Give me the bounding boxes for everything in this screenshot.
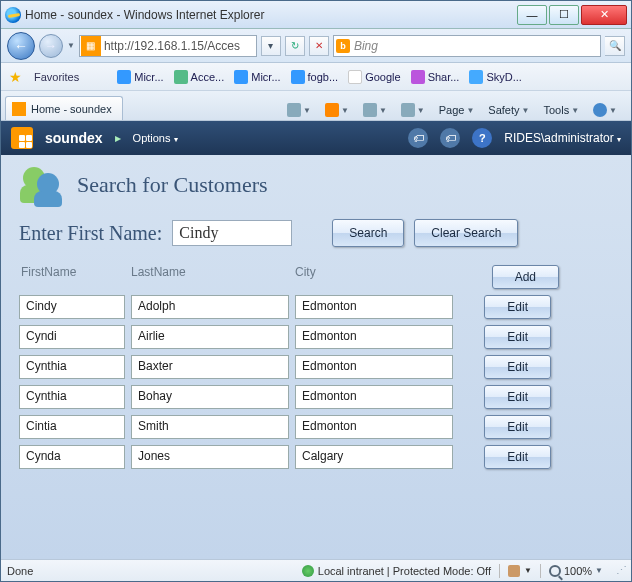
app-name[interactable]: soundex [45,130,103,146]
address-input[interactable] [102,39,256,53]
forward-button[interactable]: → [39,34,63,58]
favorites-label: Favorites [34,71,79,83]
close-button[interactable]: ✕ [581,5,627,25]
read-mail-button[interactable]: ▼ [359,100,391,120]
grid-header: FirstName LastName City Add [19,265,613,295]
edit-button[interactable]: Edit [484,445,551,469]
fav-link[interactable]: Micr... [234,70,280,84]
col-city: City [295,265,459,289]
print-button[interactable]: ▼ [397,100,429,120]
favorites-star-icon: ★ [9,69,22,85]
col-firstname: FirstName [19,265,131,289]
nav-history-dropdown[interactable]: ▼ [67,41,75,50]
fav-link[interactable]: Micr... [117,70,163,84]
print-icon [401,103,415,117]
tags-icon[interactable]: 🏷 [440,128,460,148]
titlebar: Home - soundex - Windows Internet Explor… [1,1,631,29]
search-label: Enter First Name: [19,222,162,245]
tab-icon [12,102,26,116]
cell-city: Edmonton [295,295,453,319]
refresh-button[interactable]: ↻ [285,36,305,56]
nav-bar: ← → ▼ ▦ ▾ ↻ ✕ b Bing 🔍 [1,29,631,63]
minimize-button[interactable]: — [517,5,547,25]
fav-icon [291,70,305,84]
back-button[interactable]: ← [7,32,35,60]
cell-firstname: Cindy [19,295,125,319]
tab-bar: Home - soundex ▼ ▼ ▼ ▼ Page▼ Safety▼ Too… [1,91,631,121]
app-header: soundex ▸ Options ▾ 🏷 🏷 ? RIDES\administ… [1,121,631,155]
cell-city: Edmonton [295,355,453,379]
edit-button[interactable]: Edit [484,385,551,409]
zoom-icon [549,565,561,577]
edit-button[interactable]: Edit [484,355,551,379]
cell-lastname: Adolph [131,295,289,319]
first-name-input[interactable] [172,220,292,246]
table-row: CyndaJonesCalgaryEdit [19,445,613,469]
page-heading: Search for Customers [19,163,613,207]
edit-button[interactable]: Edit [484,415,551,439]
status-bar: Done Local intranet | Protected Mode: Of… [1,559,631,581]
options-menu[interactable]: Options ▾ [133,132,178,144]
window-frame: Home - soundex - Windows Internet Explor… [0,0,632,582]
mail-icon [363,103,377,117]
address-bar[interactable]: ▦ [79,35,257,57]
fav-icon [174,70,188,84]
safety-menu[interactable]: Safety▼ [484,100,533,120]
fav-link[interactable]: Acce... [174,70,225,84]
clear-search-button[interactable]: Clear Search [414,219,518,247]
command-bar: ▼ ▼ ▼ ▼ Page▼ Safety▼ Tools▼ ▼ [123,100,627,120]
page-title: Search for Customers [77,172,268,198]
cell-lastname: Bohay [131,385,289,409]
feeds-button[interactable]: ▼ [321,100,353,120]
fav-icon [348,70,362,84]
cell-firstname: Cynda [19,445,125,469]
app-help-icon[interactable]: ? [472,128,492,148]
tab-label: Home - soundex [31,103,112,115]
search-bar[interactable]: b Bing [333,35,601,57]
resize-grip[interactable]: ⋰ [611,564,625,577]
results-grid: CindyAdolphEdmontonEditCyndiAirlieEdmont… [19,295,613,469]
stop-button[interactable]: ✕ [309,36,329,56]
cell-city: Edmonton [295,415,453,439]
edit-button[interactable]: Edit [484,325,551,349]
page-menu[interactable]: Page▼ [435,100,479,120]
fav-link[interactable]: Shar... [411,70,460,84]
favorites-bar: ★ Favorites Micr... Acce... Micr... fogb… [1,63,631,91]
tag-icon[interactable]: 🏷 [408,128,428,148]
customers-icon [19,163,67,207]
fav-icon [117,70,131,84]
maximize-button[interactable]: ☐ [549,5,579,25]
window-title: Home - soundex - Windows Internet Explor… [25,8,515,22]
search-go-button[interactable]: 🔍 [605,36,625,56]
cell-lastname: Baxter [131,355,289,379]
fav-link[interactable]: SkyD... [469,70,521,84]
browser-tab[interactable]: Home - soundex [5,96,123,120]
fav-link[interactable]: Google [348,70,400,84]
fav-icon [469,70,483,84]
zoom-control[interactable]: 100% ▼ [549,565,603,577]
table-row: CindyAdolphEdmontonEdit [19,295,613,319]
table-row: CintiaSmithEdmontonEdit [19,415,613,439]
home-split-button[interactable]: ▼ [283,100,315,120]
fav-link[interactable]: fogb... [291,70,339,84]
protected-mode-icon[interactable]: ▼ [508,565,532,577]
page-content: Search for Customers Enter First Name: S… [1,155,631,559]
compat-view-button[interactable]: ▾ [261,36,281,56]
search-engine-label: Bing [354,39,378,53]
help-icon [593,103,607,117]
add-button[interactable]: Add [492,265,559,289]
cell-firstname: Cintia [19,415,125,439]
rss-icon [325,103,339,117]
table-row: CynthiaBohayEdmontonEdit [19,385,613,409]
user-menu[interactable]: RIDES\administrator ▾ [504,131,621,145]
security-zone[interactable]: Local intranet | Protected Mode: Off [302,565,491,577]
search-button[interactable]: Search [332,219,404,247]
table-row: CyndiAirlieEdmontonEdit [19,325,613,349]
search-row: Enter First Name: Search Clear Search [19,219,613,247]
home-icon [287,103,301,117]
edit-button[interactable]: Edit [484,295,551,319]
tools-menu[interactable]: Tools▼ [539,100,583,120]
cell-lastname: Smith [131,415,289,439]
fav-icon [411,70,425,84]
help-button[interactable]: ▼ [589,100,621,120]
